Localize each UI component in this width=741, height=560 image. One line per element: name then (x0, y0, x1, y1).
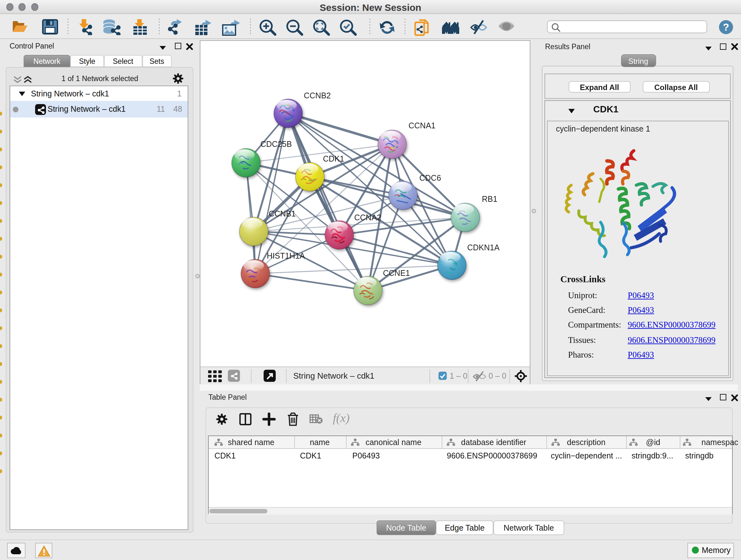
svg-text:RB1: RB1 (482, 194, 497, 203)
svg-text:CDC6: CDC6 (419, 173, 441, 182)
svg-text:?: ? (723, 21, 729, 33)
svg-text:HIST1H1A: HIST1H1A (266, 251, 305, 260)
svg-text:CDK1: CDK1 (323, 154, 344, 163)
svg-text:CCNE1: CCNE1 (383, 268, 410, 277)
svg-text:CCNB1: CCNB1 (268, 209, 295, 218)
svg-text:CCNB2: CCNB2 (304, 91, 331, 100)
svg-text:CDC25B: CDC25B (260, 139, 292, 148)
svg-text:CDKN1A: CDKN1A (467, 243, 499, 252)
svg-text:CCNA2: CCNA2 (354, 212, 381, 222)
svg-text:CCNA1: CCNA1 (408, 121, 435, 130)
